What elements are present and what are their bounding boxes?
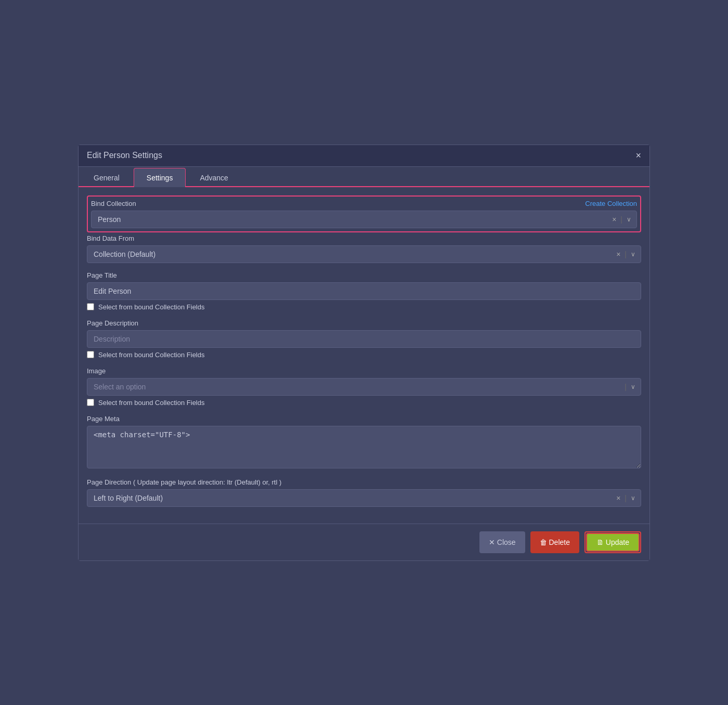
page-title-input[interactable] <box>87 282 641 300</box>
image-checkbox-row: Select from bound Collection Fields <box>87 399 641 407</box>
dialog-footer: ✕ Close 🗑 Delete 🗎 Update <box>79 524 649 560</box>
page-direction-divider: | <box>623 494 628 502</box>
image-section: Image Select an option | ∨ Select from b… <box>87 367 641 407</box>
dialog-title: Edit Person Settings <box>87 151 162 160</box>
bind-data-from-dropdown-icon[interactable]: ∨ <box>628 251 639 258</box>
page-title-checkbox[interactable] <box>87 303 94 310</box>
dialog-body: Bind Collection Create Collection Person… <box>79 187 649 524</box>
page-title-checkbox-label: Select from bound Collection Fields <box>98 303 205 311</box>
bind-data-from-select[interactable]: Collection (Default) × | ∨ <box>87 245 641 263</box>
page-direction-value: Left to Right (Default) <box>87 490 613 506</box>
dialog-close-button[interactable]: × <box>635 150 641 161</box>
edit-person-dialog: Edit Person Settings × General Settings … <box>78 145 650 561</box>
page-description-input[interactable] <box>87 330 641 348</box>
bind-collection-divider: | <box>619 215 623 224</box>
tab-settings[interactable]: Settings <box>134 168 186 187</box>
page-direction-section: Page Direction ( Update page layout dire… <box>87 478 641 507</box>
create-collection-link[interactable]: Create Collection <box>585 200 637 207</box>
bind-collection-value: Person <box>92 211 609 228</box>
bind-collection-label-row: Bind Collection Create Collection <box>91 200 637 207</box>
bind-collection-section: Bind Collection Create Collection Person… <box>87 195 641 232</box>
bind-collection-label: Bind Collection <box>91 200 136 207</box>
page-title-checkbox-row: Select from bound Collection Fields <box>87 303 641 311</box>
bind-data-from-section: Bind Data From Collection (Default) × | … <box>87 234 641 263</box>
page-meta-textarea[interactable] <box>87 426 641 468</box>
image-divider: | <box>623 383 628 391</box>
bind-data-from-value: Collection (Default) <box>87 246 613 263</box>
image-select[interactable]: Select an option | ∨ <box>87 378 641 396</box>
page-description-checkbox-label: Select from bound Collection Fields <box>98 351 205 359</box>
image-checkbox[interactable] <box>87 399 94 406</box>
image-placeholder: Select an option <box>87 378 623 395</box>
dialog-header: Edit Person Settings × <box>79 145 649 167</box>
page-title-label: Page Title <box>87 271 641 279</box>
update-button-wrapper: 🗎 Update <box>584 531 641 553</box>
update-button[interactable]: 🗎 Update <box>586 533 640 552</box>
delete-button[interactable]: 🗑 Delete <box>530 531 579 553</box>
page-meta-section: Page Meta <box>87 415 641 470</box>
image-controls: | ∨ <box>623 383 641 391</box>
bind-collection-dropdown-icon[interactable]: ∨ <box>623 216 634 223</box>
page-direction-clear-icon[interactable]: × <box>613 494 623 502</box>
page-direction-dropdown-icon[interactable]: ∨ <box>628 494 639 502</box>
bind-data-from-clear-icon[interactable]: × <box>613 250 623 258</box>
bind-data-from-label: Bind Data From <box>87 234 641 242</box>
page-title-section: Page Title Select from bound Collection … <box>87 271 641 311</box>
bind-collection-clear-icon[interactable]: × <box>609 215 619 224</box>
page-direction-label: Page Direction ( Update page layout dire… <box>87 478 641 486</box>
page-direction-controls: × | ∨ <box>613 494 641 502</box>
page-description-checkbox-row: Select from bound Collection Fields <box>87 351 641 359</box>
bind-data-from-controls: × | ∨ <box>613 250 641 258</box>
tab-general[interactable]: General <box>81 168 133 187</box>
image-dropdown-icon[interactable]: ∨ <box>628 383 639 390</box>
bind-collection-controls: × | ∨ <box>609 215 636 224</box>
page-description-checkbox[interactable] <box>87 351 94 358</box>
page-description-label: Page Description <box>87 319 641 327</box>
page-direction-select[interactable]: Left to Right (Default) × | ∨ <box>87 489 641 507</box>
page-meta-label: Page Meta <box>87 415 641 423</box>
image-checkbox-label: Select from bound Collection Fields <box>98 399 205 407</box>
bind-data-from-divider: | <box>623 250 628 258</box>
bind-collection-select[interactable]: Person × | ∨ <box>91 211 637 228</box>
page-description-section: Page Description Select from bound Colle… <box>87 319 641 359</box>
close-button[interactable]: ✕ Close <box>479 531 525 553</box>
tabs-container: General Settings Advance <box>79 167 649 187</box>
tab-advance[interactable]: Advance <box>187 168 241 187</box>
image-label: Image <box>87 367 641 375</box>
